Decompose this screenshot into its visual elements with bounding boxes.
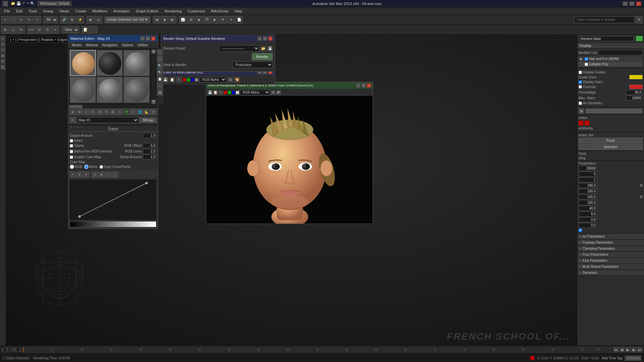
mat-tool-4[interactable]: 🔍 bbox=[157, 69, 163, 75]
select-region-btn[interactable]: ⬚ bbox=[9, 16, 17, 23]
render-view-btn[interactable]: 👁 bbox=[219, 16, 227, 23]
menu-customize[interactable]: Customize bbox=[185, 8, 208, 14]
alpha-rgb-checkbox[interactable] bbox=[70, 150, 73, 153]
mat-show-in-vp-btn[interactable]: 👁 bbox=[123, 109, 129, 115]
frame-copy-btn[interactable]: 📋 bbox=[169, 77, 175, 82]
bump-amount-input[interactable] bbox=[143, 155, 156, 160]
modifier-list-dropdown[interactable] bbox=[598, 50, 643, 55]
mat-close-btn[interactable]: × bbox=[151, 36, 156, 41]
mat-menu-material[interactable]: Material bbox=[84, 43, 100, 48]
filter-dropdown[interactable]: All bbox=[44, 16, 58, 23]
play-btn[interactable]: ▶ bbox=[625, 347, 631, 352]
mat-layer-btn[interactable]: ≡ bbox=[117, 109, 123, 115]
rgb-radio-label[interactable]: RGB bbox=[70, 165, 82, 169]
workspace-dropdown[interactable]: Workspace: Default bbox=[38, 1, 71, 6]
menu-modifiers[interactable]: Modifiers bbox=[90, 8, 110, 14]
layer-btn[interactable]: ≡ bbox=[52, 26, 59, 34]
timeline-track[interactable]: 0 5 10 15 20 25 30 35 40 bbox=[23, 347, 612, 353]
mat-tool-3[interactable]: 🔍 bbox=[157, 63, 163, 69]
goto-end-btn[interactable]: ⏭ bbox=[637, 347, 643, 352]
menu-maxscript[interactable]: MAXScript bbox=[208, 8, 231, 14]
percentage-input[interactable] bbox=[626, 90, 643, 95]
add-time-tag[interactable]: Add Time Tag bbox=[602, 356, 622, 360]
array-btn[interactable]: ⊟ bbox=[36, 26, 43, 34]
paste-btn[interactable]: Paste bbox=[579, 138, 643, 143]
menu-animation[interactable]: Animation bbox=[111, 8, 132, 14]
prev-keyframe-btn[interactable]: |◀ bbox=[153, 16, 160, 23]
render-maximize-btn[interactable]: □ bbox=[263, 36, 267, 41]
clone-display-btn[interactable]: ⊞ bbox=[271, 90, 275, 95]
mr-params-section[interactable]: mr Parameters bbox=[577, 234, 644, 240]
mat-pick-btn[interactable]: ✦ bbox=[103, 109, 109, 115]
dynamics-section[interactable]: Dynamics bbox=[577, 270, 644, 276]
val2-input[interactable] bbox=[579, 189, 597, 194]
val8-input[interactable] bbox=[579, 223, 597, 228]
clamp-checkbox[interactable] bbox=[70, 144, 73, 147]
kink-params-section[interactable]: Kink Parameters bbox=[577, 258, 644, 264]
clone-maximize-btn[interactable]: □ bbox=[361, 83, 366, 88]
menu-graph-editors[interactable]: Graph Editors bbox=[133, 8, 161, 14]
select-object-btn[interactable]: ↗ bbox=[1, 16, 9, 23]
color-btn[interactable]: 🎨 bbox=[234, 77, 240, 82]
angle-snap-btn[interactable]: ∠ bbox=[9, 26, 17, 34]
clone-green-btn[interactable] bbox=[228, 91, 231, 94]
viewport[interactable]: [ + ] [ Perspective ] [ Realistic + Edge… bbox=[6, 35, 577, 345]
mat-tool-2[interactable]: ◻ bbox=[157, 56, 163, 62]
clone-close-btn[interactable]: × bbox=[367, 83, 371, 88]
move-btn[interactable]: ✛ bbox=[17, 16, 25, 23]
mat-slot-3[interactable] bbox=[123, 50, 150, 76]
maximize-button[interactable]: □ bbox=[629, 1, 635, 6]
mono-radio[interactable] bbox=[84, 165, 89, 169]
load-preset-btn[interactable]: 📂 bbox=[261, 46, 266, 51]
mat-reset-btn[interactable]: ↺ bbox=[150, 109, 156, 115]
mirror-btn[interactable]: ⟺ bbox=[28, 26, 35, 34]
val5-input[interactable] bbox=[579, 206, 597, 211]
render-setup-btn[interactable]: 🎬 bbox=[203, 16, 211, 23]
channel-dropdown[interactable]: RGB Alpha bbox=[200, 77, 226, 82]
mat-slot-1[interactable] bbox=[70, 50, 96, 76]
frame-save-btn[interactable]: 💾 bbox=[163, 77, 168, 82]
modifier-hair-fur[interactable]: ▶ Hair and Fur (WSM) bbox=[579, 56, 643, 61]
render-close-btn[interactable]: × bbox=[268, 36, 273, 41]
create-tab[interactable]: ✦ bbox=[1, 36, 5, 41]
modify-tab[interactable]: ⚙ bbox=[1, 42, 5, 47]
val7-input[interactable] bbox=[579, 217, 597, 222]
create-selection-btn[interactable]: Create Selection Set Sel ▼ bbox=[105, 16, 150, 23]
search-options-btn[interactable]: ⚙ bbox=[635, 16, 643, 23]
rotate-btn[interactable]: ↻ bbox=[25, 16, 33, 23]
rgb-level-input[interactable] bbox=[143, 149, 156, 154]
curve-fit-btn[interactable]: ⊞ bbox=[99, 172, 105, 178]
editable-poly-checkbox[interactable] bbox=[585, 63, 588, 66]
horiz-scroll-thumb[interactable] bbox=[69, 105, 83, 108]
passes-input[interactable] bbox=[579, 172, 597, 177]
utilities-tab[interactable]: 🔧 bbox=[1, 65, 5, 69]
curve-zoom-x-btn[interactable]: ↔ bbox=[105, 172, 111, 178]
current-frame-display[interactable]: 0 / 100 bbox=[3, 348, 20, 352]
search-input[interactable] bbox=[574, 16, 635, 23]
mat-minimize-btn[interactable]: – bbox=[140, 36, 145, 41]
schematic-btn[interactable]: ⊞ bbox=[187, 16, 195, 23]
mat-menu-modes[interactable]: Modes bbox=[70, 43, 84, 48]
render-to-tex-btn[interactable]: 📄 bbox=[235, 16, 243, 23]
mat-slot-4[interactable] bbox=[70, 77, 96, 103]
curve-add-btn[interactable]: + bbox=[70, 172, 76, 178]
mat-slots-scrollbar[interactable]: ▲ ▼ bbox=[151, 49, 156, 104]
val6-input[interactable] bbox=[579, 212, 597, 217]
scroll-up-btn[interactable]: ▲ bbox=[151, 49, 156, 54]
blue-channel-btn[interactable] bbox=[191, 78, 194, 81]
override-color-swatch[interactable] bbox=[629, 84, 643, 89]
next-frame-btn[interactable]: ▶ bbox=[631, 347, 637, 352]
frizz-params-section[interactable]: Frizz Parameters bbox=[577, 252, 644, 258]
mat-tool-1[interactable]: ⬡ bbox=[157, 49, 163, 55]
undo-btn[interactable]: ◉ bbox=[87, 16, 94, 23]
green-channel-btn[interactable] bbox=[187, 78, 190, 81]
bind-btn[interactable]: ⚡ bbox=[76, 16, 84, 23]
multi-strand-params-section[interactable]: Multi Strand Parameters bbox=[577, 264, 644, 270]
val1-input[interactable] bbox=[579, 183, 597, 188]
mat-copy-instance-btn[interactable]: ⊞ bbox=[110, 109, 116, 115]
display-hairs-checkbox[interactable] bbox=[579, 80, 582, 84]
timeline-start-btn[interactable]: [ bbox=[1, 348, 2, 352]
curve-zoom-y-btn[interactable]: ↕ bbox=[112, 172, 118, 178]
guide-color-swatch[interactable] bbox=[629, 75, 643, 79]
mat-maximize-btn[interactable]: □ bbox=[146, 36, 150, 41]
